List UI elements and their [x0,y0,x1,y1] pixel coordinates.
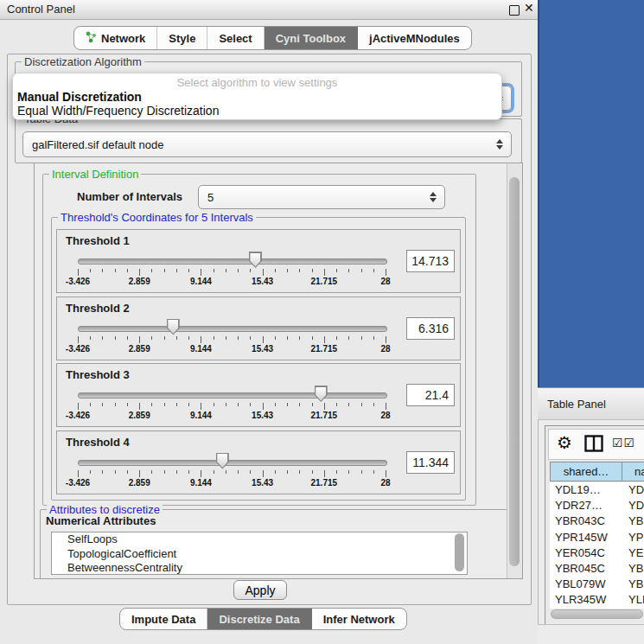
tab-label: Impute Data [131,613,195,626]
cell-shared-name: YBL079W [550,577,622,592]
network-icon [86,31,97,46]
attributes-list-scrollbar[interactable] [455,533,464,571]
tab-style[interactable]: Style [157,27,207,49]
table-horizontal-scrollbar[interactable] [550,609,644,620]
slider-thumb[interactable] [249,252,262,268]
attribute-list-item[interactable]: SelfLoops [52,532,467,547]
attribute-list-item[interactable]: BetweennessCentrality [52,561,467,575]
attribute-list-item[interactable]: TopologicalCoefficient [52,547,467,562]
float-window-icon[interactable] [509,5,520,16]
threshold-box-4: Threshold 4-3.4262.8599.14415.4321.71528… [56,430,461,494]
threshold-label: Threshold 1 [66,234,130,247]
cell-shared-name: YBR043C [550,513,622,529]
slider-thumb[interactable] [167,319,180,335]
tick-label: 28 [380,344,390,354]
table-row[interactable]: YER054CYER0 [550,545,644,561]
slider-ticks [78,269,386,277]
tab-cyni-toolbox[interactable]: Cyni Toolbox [265,27,358,49]
split-columns-icon[interactable] [584,435,603,456]
tab-label: Network [101,32,145,45]
tab-label: jActiveMNodules [369,32,460,45]
thresholds-group-label: Threshold's Coordinates for 5 Intervals [58,211,256,224]
gear-icon[interactable]: ⚙ [557,432,572,453]
table-row[interactable]: YBL079WYBL0 [550,577,644,592]
network-view-frame: GAL80GACGAL11GAL4GCY1HHAP2 [538,0,644,387]
cell-shared-name: YDL19… [550,482,622,498]
cell-name: YDR2 [622,498,644,513]
slider-track[interactable] [78,258,387,265]
tick-label: -3.426 [66,478,90,488]
slider-thumb[interactable] [216,453,229,469]
threshold-value-field[interactable]: 6.316 [406,317,455,340]
tab-jactivemnodules[interactable]: jActiveMNodules [358,27,471,49]
apply-button[interactable]: Apply [233,580,287,600]
algorithm-option[interactable]: Equal Width/Frequency Discretization [17,104,219,118]
number-of-intervals-value: 5 [207,191,214,204]
slider-tick-labels: -3.4262.8599.14415.4321.71528 [78,478,386,488]
control-panel-tabbar: NetworkStyleSelectCyni ToolboxjActiveMNo… [73,26,472,50]
select-columns-icon[interactable]: ☑☑ [612,436,635,450]
table-row[interactable]: YBR043CYBR0 [550,513,644,529]
cell-shared-name: YBR045C [550,561,622,577]
table-panel-toolbar: ⚙ ☑☑ [548,429,644,460]
tick-label: 9.144 [190,411,212,420]
discretization-algorithm-label: Discretization Algorithm [22,55,144,68]
table-panel-footer-space [538,624,644,644]
slider-thumb[interactable] [315,386,328,402]
tick-label: 21.715 [311,344,338,354]
tab-discretize-data[interactable]: Discretize Data [207,609,311,629]
slider-track[interactable] [78,392,387,399]
panel-scrollbar-thumb[interactable] [509,177,520,566]
threshold-value-field[interactable]: 14.713 [406,250,455,272]
threshold-label: Threshold 3 [66,368,130,381]
cell-name: YBR0 [622,561,644,577]
slider-ticks [78,470,386,478]
table-row[interactable]: YBR045CYBR0 [550,561,644,577]
numerical-attributes-label: Numerical Attributes [46,514,156,527]
cell-name: YBR0 [622,513,644,529]
close-icon[interactable]: ✕ [524,1,534,15]
cell-shared-name: YDR27… [550,498,622,513]
table-row[interactable]: YPR145WYPR1 [550,530,644,545]
tick-label: -3.426 [66,277,90,286]
table-hscrollbar-thumb[interactable] [551,609,643,619]
threshold-value-field[interactable]: 11.344 [406,451,455,474]
tab-impute-data[interactable]: Impute Data [120,609,207,629]
tick-label: 15.43 [252,478,273,488]
table-row[interactable]: YDL19…YDL1 [550,482,644,498]
threshold-box-1: Threshold 1-3.4262.8599.14415.4321.71528… [56,229,461,293]
tab-label: Select [219,32,252,45]
tick-label: 15.43 [252,277,273,286]
slider-tick-labels: -3.4262.8599.14415.4321.71528 [78,411,386,421]
threshold-value-field[interactable]: 21.4 [406,384,455,406]
table-panel-titlebar: Table Panel [538,387,644,420]
tick-label: 28 [380,411,390,420]
cell-name: YLR3 [622,592,644,608]
algorithm-option[interactable]: Manual Discretization [17,90,142,104]
tab-infer-network[interactable]: Infer Network [312,609,406,629]
tick-label: 15.43 [252,344,273,354]
tick-label: 15.43 [252,411,273,420]
tab-network[interactable]: Network [74,27,157,49]
combo-spinner-icon [495,139,503,150]
tick-label: 2.859 [129,478,150,488]
numerical-attributes-list[interactable]: SelfLoopsTopologicalCoefficientBetweenne… [51,532,468,575]
number-of-intervals-combobox[interactable]: 5 [198,185,445,209]
table-column-header-name[interactable]: na [622,462,644,481]
cell-name: YER0 [622,545,644,561]
tick-label: 2.859 [129,411,150,420]
settings-scroll-panel: Interval Definition Number of Intervals … [34,163,523,579]
cell-name: YDL1 [622,482,644,498]
tab-select[interactable]: Select [207,27,264,49]
table-row[interactable]: YDR27…YDR2 [550,498,644,513]
table-rows[interactable]: YDL19…YDL1YDR27…YDR2YBR043CYBR0YPR145WYP… [550,482,644,609]
cell-name: YPR1 [622,530,644,545]
table-data-combobox[interactable]: galFiltered.sif default node [22,131,512,157]
algorithm-placeholder-text: Select algorithm to view settings [13,76,501,89]
table-column-header-shared[interactable]: shared… [550,462,622,481]
slider-track[interactable] [78,326,387,332]
table-row[interactable]: YLR345WYLR3 [550,592,644,608]
panel-scrollbar-track[interactable] [507,163,522,578]
slider-track[interactable] [78,460,387,466]
table-panel-title: Table Panel [547,398,606,411]
